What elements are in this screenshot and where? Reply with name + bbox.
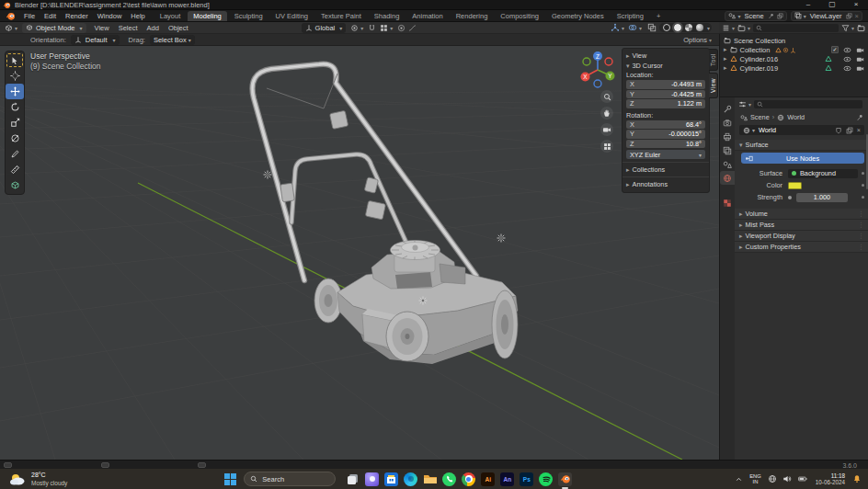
animate-dot-icon[interactable] — [862, 172, 864, 175]
animate-dot-icon[interactable] — [862, 184, 864, 187]
weather-widget[interactable]: 28°C Mostly cloudy — [9, 471, 67, 487]
ortho-toggle-icon[interactable] — [600, 140, 613, 153]
snap-magnet-icon[interactable] — [368, 24, 376, 32]
workspace-tab-rendering[interactable]: Rendering — [451, 11, 494, 21]
npanel-3d-cursor-section[interactable]: ▾3D Cursor — [626, 61, 705, 71]
menu-edit[interactable]: Edit — [40, 12, 61, 20]
cursor-location-z[interactable]: Z1.122 m — [626, 99, 705, 108]
workspace-tab-shading[interactable]: Shading — [369, 11, 405, 21]
transform-tool[interactable] — [6, 131, 24, 146]
tab-world[interactable] — [720, 171, 735, 185]
rotate-tool[interactable] — [6, 99, 24, 115]
hide-eye-icon[interactable] — [843, 55, 851, 63]
unlink-datablock-icon[interactable]: × — [857, 126, 861, 134]
viewlayer-selector[interactable]: ▾ ViewLayer × — [791, 11, 862, 21]
hide-eye-icon[interactable] — [843, 64, 851, 73]
volume-icon[interactable] — [782, 474, 792, 483]
scene-selector[interactable]: ▾ Scene — [725, 11, 786, 21]
sidebar-tab-view[interactable]: View — [709, 73, 718, 98]
tab-render[interactable] — [720, 116, 735, 130]
cursor-rotation-y[interactable]: Y-0.000015° — [626, 130, 705, 139]
blender-menu-icon[interactable] — [6, 11, 16, 21]
breadcrumb-scene[interactable]: Scene — [750, 113, 770, 121]
rotation-mode-dropdown[interactable]: XYZ Euler▾ — [626, 150, 705, 159]
expand-icon[interactable]: ▸ — [724, 55, 727, 63]
shading-wireframe-icon[interactable] — [663, 24, 670, 31]
sidebar-tab-tool[interactable]: Tool — [709, 49, 718, 71]
blender-taskbar-icon[interactable] — [558, 472, 572, 486]
menu-view[interactable]: View — [90, 24, 114, 32]
outliner-editor-icon[interactable] — [722, 24, 730, 32]
remove-viewlayer-icon[interactable]: × — [855, 12, 859, 20]
pan-view-icon[interactable] — [600, 107, 613, 119]
tab-scene[interactable] — [720, 157, 735, 171]
add-cube-tool[interactable] — [6, 177, 24, 193]
menu-add[interactable]: Add — [143, 24, 164, 32]
tab-output[interactable] — [720, 130, 735, 143]
tab-tool[interactable] — [720, 102, 735, 116]
outliner-row-cylinder-019[interactable]: ▸ Cylinder.019 — [720, 63, 868, 73]
orientation-dropdown[interactable]: Default▾ — [71, 35, 120, 45]
photoshop-icon[interactable]: Ps — [520, 472, 533, 486]
cursor-location-y[interactable]: Y-0.4425 m — [626, 90, 705, 99]
animate-dot-icon[interactable] — [862, 196, 864, 199]
zoom-view-icon[interactable] — [600, 90, 613, 103]
shading-solid-icon[interactable] — [674, 24, 681, 31]
new-datablock-icon[interactable] — [846, 127, 853, 134]
pivot-point-icon[interactable] — [350, 24, 359, 32]
workspace-tab-geometry-nodes[interactable]: Geometry Nodes — [546, 11, 610, 21]
render-visibility-icon[interactable] — [856, 55, 864, 63]
outliner-filter-icon[interactable] — [841, 24, 850, 32]
tab-texture[interactable] — [720, 196, 735, 210]
taskbar-search[interactable]: Search — [244, 472, 336, 486]
language-indicator[interactable]: ENG IN — [749, 473, 761, 484]
expand-icon[interactable]: ▸ — [724, 46, 727, 53]
editor-type-icon[interactable] — [5, 24, 13, 32]
fake-user-shield-icon[interactable] — [835, 127, 842, 134]
task-view-icon[interactable] — [346, 472, 360, 486]
battery-icon[interactable] — [797, 474, 808, 483]
npanel-collections-section[interactable]: ▸Collections — [626, 165, 705, 175]
surface-panel-header[interactable]: ▾Surface — [735, 140, 868, 151]
workspace-tab-uv-editing[interactable]: UV Editing — [270, 11, 314, 21]
world-datablock-selector[interactable]: ▾ World × — [739, 125, 864, 135]
color-swatch[interactable] — [788, 182, 802, 189]
workspace-tab-animation[interactable]: Animation — [406, 11, 448, 21]
menu-file[interactable]: File — [19, 12, 40, 20]
drag-dropdown[interactable]: Select Box▾ — [150, 35, 195, 45]
hide-eye-icon[interactable] — [843, 46, 851, 54]
custom-properties-panel-header[interactable]: ▸Custom Properties⋮ — [735, 242, 868, 253]
menu-object[interactable]: Object — [164, 24, 193, 32]
workspace-tab-sculpting[interactable]: Sculpting — [229, 11, 268, 21]
scale-tool[interactable] — [6, 115, 24, 131]
measure-tool[interactable] — [6, 162, 24, 177]
clock[interactable]: 11:18 10-06-2024 — [816, 472, 845, 485]
edge-icon[interactable] — [404, 472, 417, 486]
cursor-location-x[interactable]: X-0.4493 m — [626, 80, 705, 89]
start-button[interactable] — [224, 473, 236, 485]
menu-window[interactable]: Window — [93, 12, 127, 20]
npanel-view-section[interactable]: ▸View — [626, 51, 705, 61]
show-gizmo-icon[interactable] — [611, 23, 620, 32]
transform-orientation-dropdown[interactable]: Global▾ — [302, 23, 347, 33]
proportional-editing-icon[interactable] — [397, 24, 405, 32]
move-tool[interactable] — [6, 84, 24, 99]
new-viewlayer-icon[interactable] — [846, 13, 852, 19]
file-explorer-icon[interactable] — [423, 472, 437, 486]
cursor-tool[interactable] — [6, 68, 24, 84]
workspace-tab-layout[interactable]: Layout — [154, 11, 187, 21]
properties-search-input[interactable] — [754, 100, 862, 108]
render-visibility-icon[interactable] — [856, 64, 864, 73]
workspace-tab-texture-paint[interactable]: Texture Paint — [315, 11, 367, 21]
animate-icon[interactable]: An — [500, 472, 514, 486]
outliner-search-input[interactable] — [753, 24, 839, 32]
shading-material-icon[interactable] — [685, 24, 692, 31]
microsoft-store-icon[interactable] — [384, 472, 398, 486]
properties-editor-icon[interactable] — [738, 100, 747, 108]
volume-panel-header[interactable]: ▸Volume⋮ — [735, 209, 868, 220]
menu-select[interactable]: Select — [114, 24, 143, 32]
strength-slider[interactable]: 1.000 — [796, 193, 848, 202]
snap-target-icon[interactable] — [380, 24, 388, 32]
add-workspace-button[interactable]: + — [651, 11, 666, 21]
copilot-icon[interactable] — [365, 472, 379, 486]
